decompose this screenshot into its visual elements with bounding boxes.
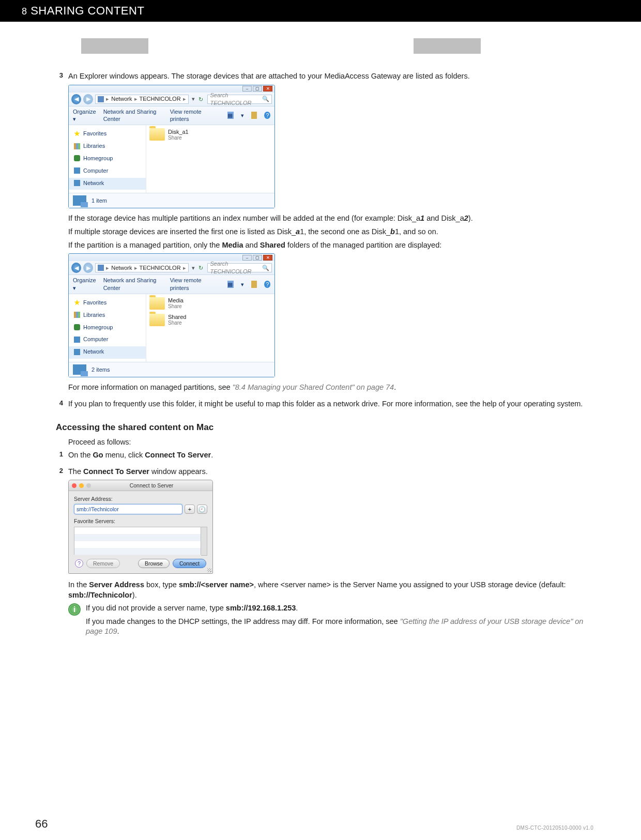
info-icon: i — [68, 603, 81, 616]
chapter-number: 8 — [22, 6, 27, 17]
folder-icon — [149, 297, 165, 310]
para-moreinfo: For more information on managed partitio… — [68, 383, 593, 393]
refresh-icon[interactable]: ↻ — [199, 264, 205, 271]
organize-menu[interactable]: Organize ▾ — [73, 108, 96, 124]
nav-favorites[interactable]: Favorites — [69, 297, 146, 310]
forward-button[interactable]: ▶ — [83, 263, 93, 273]
explorer-window-2: – ▢ ✕ ◀ ▶ ▸ Network ▸ TECHNICOLOR — [68, 253, 275, 377]
maximize-button[interactable]: ▢ — [253, 255, 262, 261]
nav-favorites[interactable]: Favorites — [69, 128, 146, 141]
step-number: 1 — [56, 450, 63, 464]
browse-button[interactable]: Browse — [138, 559, 170, 568]
file-list: Disk_a1Share — [146, 125, 274, 193]
view-options-icon[interactable]: ▦ — [227, 281, 234, 288]
connect-button[interactable]: Connect — [173, 559, 206, 568]
chapter-header: 8 SHARING CONTENT — [0, 0, 641, 22]
help-icon[interactable]: ? — [264, 281, 270, 288]
folder-item[interactable]: MediaShare — [149, 297, 271, 310]
breadcrumb-device[interactable]: TECHNICOLOR — [140, 264, 181, 272]
nav-homegroup[interactable]: Homegroup — [69, 153, 146, 165]
status-network-icon — [73, 195, 86, 206]
search-icon: 🔍 — [262, 95, 269, 103]
forward-button[interactable]: ▶ — [83, 94, 93, 104]
minimize-button[interactable]: – — [242, 86, 252, 91]
view-options-icon[interactable]: ▦ — [227, 112, 234, 119]
address-bar[interactable]: ▸ Network ▸ TECHNICOLOR ▸ — [95, 95, 188, 104]
nav-network[interactable]: Network — [69, 346, 146, 359]
address-bar[interactable]: ▸ Network ▸ TECHNICOLOR ▸ — [95, 263, 188, 272]
scrollbar[interactable] — [201, 527, 207, 556]
chapter-title: SHARING CONTENT — [30, 4, 144, 17]
nav-computer[interactable]: Computer — [69, 334, 146, 346]
breadcrumb-network[interactable]: Network — [111, 264, 132, 272]
close-button[interactable]: ✕ — [263, 255, 272, 261]
location-icon — [98, 265, 104, 271]
address-dropdown[interactable]: ▾ — [191, 95, 196, 103]
mac-proceed: Proceed as follows: — [68, 438, 593, 446]
nav-libraries[interactable]: Libraries — [69, 141, 146, 153]
network-icon — [74, 349, 80, 355]
nav-network[interactable]: Network — [69, 178, 146, 190]
homegroup-icon — [74, 155, 80, 161]
nav-homegroup[interactable]: Homegroup — [69, 322, 146, 334]
crossref-link[interactable]: "8.4 Managing your Shared Content" on pa… — [233, 383, 394, 391]
preview-pane-icon[interactable] — [251, 281, 257, 288]
nav-computer[interactable]: Computer — [69, 165, 146, 178]
doc-version: DMS-CTC-20120510-0000 v1.0 — [516, 825, 593, 831]
header-tabstrip — [0, 38, 641, 54]
mac-minimize-icon[interactable] — [79, 483, 84, 488]
minimize-button[interactable]: – — [242, 255, 252, 261]
add-favorite-button[interactable]: + — [185, 505, 195, 514]
mac-step1: On the Go menu, click Connect To Server. — [68, 450, 593, 461]
search-input[interactable]: Search TECHNICOLOR 🔍 — [207, 95, 272, 104]
network-icon — [74, 180, 80, 186]
para-managed: If the partition is a managed partition,… — [68, 240, 593, 251]
view-remote-printers[interactable]: View remote printers — [170, 277, 213, 292]
breadcrumb-device[interactable]: TECHNICOLOR — [140, 95, 181, 103]
view-remote-printers[interactable]: View remote printers — [170, 108, 213, 124]
refresh-icon[interactable]: ↻ — [199, 96, 205, 103]
nav-libraries[interactable]: Libraries — [69, 310, 146, 322]
status-bar: 2 items — [69, 362, 274, 377]
breadcrumb-network[interactable]: Network — [111, 95, 132, 103]
folder-icon — [149, 314, 165, 326]
homegroup-icon — [74, 324, 80, 330]
server-address-label: Server Address: — [74, 495, 207, 502]
folder-item[interactable]: SharedShare — [149, 314, 271, 326]
search-icon: 🔍 — [262, 264, 269, 272]
step-number: 2 — [56, 467, 63, 640]
mac-help-icon[interactable]: ? — [75, 559, 83, 568]
mac-window-title: Connect to Server — [94, 482, 209, 489]
star-icon — [74, 299, 80, 306]
search-input[interactable]: Search TECHNICOLOR 🔍 — [207, 263, 272, 272]
mac-connect-window: Connect to Server Server Address: smb://… — [68, 480, 213, 574]
help-icon[interactable]: ? — [264, 112, 270, 119]
libraries-icon — [74, 312, 80, 318]
back-button[interactable]: ◀ — [71, 94, 81, 104]
maximize-button[interactable]: ▢ — [253, 86, 262, 91]
network-sharing-link[interactable]: Network and Sharing Center — [103, 277, 163, 292]
computer-icon — [74, 167, 80, 174]
mac-zoom-icon[interactable] — [86, 483, 91, 488]
folder-item[interactable]: Disk_a1Share — [149, 128, 271, 141]
note-dhcp: If you made changes to the DHCP settings… — [86, 617, 593, 637]
navigation-pane: Favorites Libraries Homegroup Computer N… — [69, 294, 146, 362]
address-dropdown[interactable]: ▾ — [191, 264, 196, 272]
organize-menu[interactable]: Organize ▾ — [73, 277, 96, 292]
back-button[interactable]: ◀ — [71, 263, 81, 273]
remove-button[interactable]: Remove — [86, 559, 120, 568]
step4-text: If you plan to frequently use this folde… — [68, 399, 593, 409]
mac-close-icon[interactable] — [72, 483, 77, 488]
history-button[interactable]: 🕘 — [197, 505, 207, 514]
libraries-icon — [74, 143, 80, 149]
location-icon — [98, 96, 104, 102]
network-sharing-link[interactable]: Network and Sharing Center — [103, 108, 163, 124]
close-button[interactable]: ✕ — [263, 86, 272, 91]
server-address-input[interactable]: smb://Technicolor — [74, 504, 182, 514]
computer-icon — [74, 337, 80, 343]
page-number: 66 — [35, 817, 48, 831]
favorite-servers-list[interactable] — [74, 527, 201, 555]
preview-pane-icon[interactable] — [251, 112, 257, 119]
file-list: MediaShare SharedShare — [146, 294, 274, 362]
status-network-icon — [73, 364, 86, 375]
